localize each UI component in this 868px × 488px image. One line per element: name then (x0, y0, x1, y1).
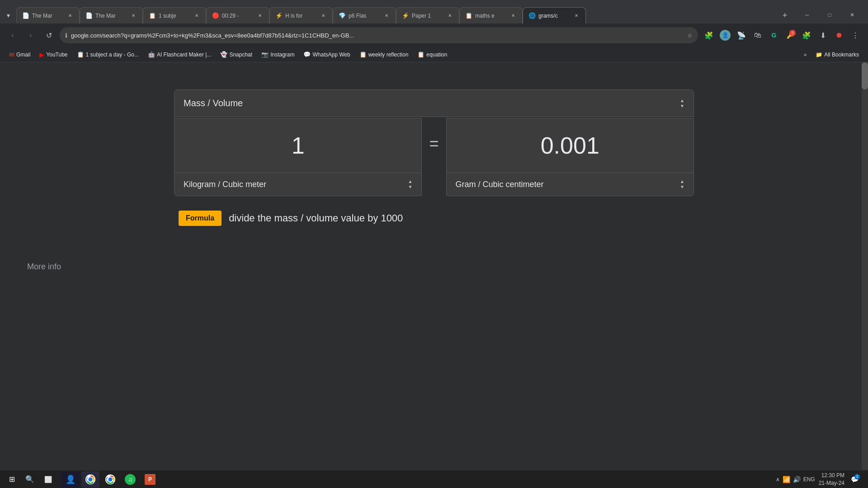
menu-icon[interactable]: ⋮ (848, 28, 863, 42)
record-icon[interactable]: ⏺ (832, 28, 846, 42)
tab-7[interactable]: ⚡ Paper 1 ✕ (396, 7, 459, 23)
download-icon[interactable]: ⬇ (816, 28, 830, 42)
volume-icon[interactable]: 🔊 (793, 476, 801, 483)
start-btn[interactable]: ⊞ (4, 471, 20, 488)
address-bar[interactable]: ℹ google.com/search?q=grams%2Fcm3+to+kg%… (60, 27, 698, 43)
bookmark-flashcard[interactable]: 🤖 AI Flashcard Maker |... (144, 49, 215, 60)
equation-icon: 📋 (417, 51, 425, 58)
chrome-icon (85, 474, 96, 485)
tab-close-3[interactable]: ✕ (193, 12, 200, 19)
tab-4[interactable]: 🔴 00:29 - ✕ (206, 7, 269, 23)
tab-close-4[interactable]: ✕ (256, 12, 264, 19)
window-controls: ─ □ ✕ (791, 8, 868, 22)
converter-category: Mass / Volume (184, 98, 243, 108)
back-btn[interactable]: ‹ (5, 28, 20, 42)
bookmark-whatsapp[interactable]: 💬 WhatsApp Web (300, 49, 354, 60)
all-bookmarks-btn[interactable]: 📁 All Bookmarks (812, 50, 863, 60)
tab-favicon-4: 🔴 (212, 12, 219, 19)
nav-bar: ‹ › ↺ ℹ google.com/search?q=grams%2Fcm3+… (0, 23, 868, 47)
taskbar-powerpoint[interactable]: P (141, 471, 159, 488)
tabs-container: 📄 The Mar ✕ 📄 The Mar ✕ 📋 1 subje ✕ 🔴 00… (16, 0, 778, 23)
category-sort-arrows[interactable]: ▲ ▼ (680, 99, 684, 108)
bookmark-equation[interactable]: 📋 equation (414, 49, 451, 60)
scrollbar-thumb[interactable] (862, 62, 868, 89)
tab-close-1[interactable]: ✕ (66, 12, 74, 19)
time-date[interactable]: 12:30 PM 21-May-24 (819, 472, 844, 487)
cast-icon[interactable]: 📡 (734, 28, 749, 42)
tab-close-8[interactable]: ✕ (509, 12, 517, 19)
language-indicator[interactable]: ENG (803, 476, 815, 483)
bookmark-gmail[interactable]: ✉ Gmail (5, 49, 34, 60)
tab-8[interactable]: 📋 maths e ✕ (459, 7, 523, 23)
close-btn[interactable]: ✕ (842, 8, 863, 22)
maximize-btn[interactable]: □ (819, 8, 840, 22)
forward-btn[interactable]: › (24, 28, 38, 42)
svg-point-3 (108, 477, 113, 481)
tab-6[interactable]: 💎 p6 Flas ✕ (333, 7, 396, 23)
tab-2[interactable]: 📄 The Mar ✕ (80, 7, 143, 23)
more-info-link[interactable]: More info (18, 253, 850, 281)
extensions-puzzle-icon[interactable]: 🧩 (799, 28, 814, 42)
left-value-area[interactable]: 1 (175, 118, 421, 173)
flashcard-icon: 🤖 (148, 51, 155, 58)
converter-body: 1 Kilogram / Cubic meter ▲ ▼ = 0.001 (174, 118, 694, 196)
notification-badge: 2 (854, 474, 860, 479)
main-content: Mass / Volume ▲ ▼ 1 Kilogram / Cubic met… (0, 62, 868, 470)
date: 21-May-24 (819, 479, 844, 487)
reload-btn[interactable]: ↺ (42, 28, 56, 42)
bookmark-1subject[interactable]: 📋 1 subject a day - Go... (73, 49, 142, 60)
right-unit-selector[interactable]: Gram / Cubic centimeter ▲ ▼ (447, 173, 693, 196)
bookmark-snapchat[interactable]: 👻 Snapchat (217, 49, 256, 60)
taskbar-chrome-alt[interactable] (101, 471, 119, 488)
category-selector[interactable]: Mass / Volume ▲ ▼ (174, 89, 694, 117)
notification-btn[interactable]: 💬 2 (848, 473, 861, 486)
shopping-icon[interactable]: 🛍 (750, 28, 765, 42)
bookmark-instagram[interactable]: 📷 Instagram (258, 49, 298, 60)
tray-expand[interactable]: ∧ (776, 476, 780, 483)
taskbar-chrome[interactable] (81, 471, 99, 488)
grammarly-icon[interactable]: G (767, 28, 781, 42)
new-tab-btn[interactable]: + (778, 9, 791, 22)
network-icon[interactable]: 📶 (783, 476, 790, 483)
right-value: 0.001 (541, 132, 599, 159)
subject-icon: 📋 (77, 51, 84, 58)
right-unit-arrows[interactable]: ▲ ▼ (680, 179, 684, 189)
tab-close-5[interactable]: ✕ (320, 12, 327, 19)
password-icon[interactable]: 🔑 2 (783, 28, 797, 42)
task-view-btn[interactable]: ⬜ (40, 471, 56, 488)
tab-title-7: Paper 1 (412, 13, 443, 19)
bookmarks-more-btn[interactable]: » (800, 50, 811, 60)
left-unit-selector[interactable]: Kilogram / Cubic meter ▲ ▼ (175, 173, 421, 196)
converter-widget: Mass / Volume ▲ ▼ 1 Kilogram / Cubic met… (174, 89, 694, 239)
taskbar-spotify[interactable]: ♫ (121, 471, 139, 488)
extensions-icon[interactable]: 🧩 (702, 28, 716, 42)
minimize-btn[interactable]: ─ (797, 8, 817, 22)
start-icon: ⊞ (9, 475, 15, 483)
tab-1[interactable]: 📄 The Mar ✕ (16, 7, 80, 23)
tab-title-8: maths e (475, 13, 507, 19)
bookmark-weekly[interactable]: 📋 weekly reflection (356, 49, 412, 60)
tab-close-2[interactable]: ✕ (130, 12, 137, 19)
tab-list-btn[interactable]: ▾ (3, 10, 14, 21)
spotify-icon: ♫ (125, 474, 136, 485)
tab-5[interactable]: ⚡ H is for ✕ (269, 7, 333, 23)
tab-close-9[interactable]: ✕ (573, 12, 580, 19)
tab-close-6[interactable]: ✕ (383, 12, 390, 19)
bookmark-youtube[interactable]: ▶ YouTube (36, 49, 71, 60)
profile-icon[interactable]: 👤 (718, 28, 732, 42)
tab-close-7[interactable]: ✕ (446, 12, 453, 19)
left-unit-arrows[interactable]: ▲ ▼ (408, 179, 413, 189)
tab-favicon-3: 📋 (149, 12, 156, 19)
search-btn[interactable]: 🔍 (22, 471, 38, 488)
scrollbar[interactable] (862, 62, 868, 470)
tab-favicon-8: 📋 (465, 12, 472, 19)
taskbar-people-app[interactable]: 👤 (61, 471, 80, 488)
right-input-box: 0.001 Gram / Cubic centimeter ▲ ▼ (446, 118, 694, 196)
security-icon: ℹ (65, 32, 67, 39)
formula-row: Formula divide the mass / volume value b… (174, 197, 694, 239)
right-value-area[interactable]: 0.001 (447, 118, 693, 173)
bookmark-star-icon[interactable]: ☆ (687, 32, 693, 39)
tab-3[interactable]: 📋 1 subje ✕ (143, 7, 206, 23)
tab-title-5: H is for (285, 13, 317, 19)
tab-9[interactable]: 🌐 grams/c ✕ (523, 7, 586, 23)
